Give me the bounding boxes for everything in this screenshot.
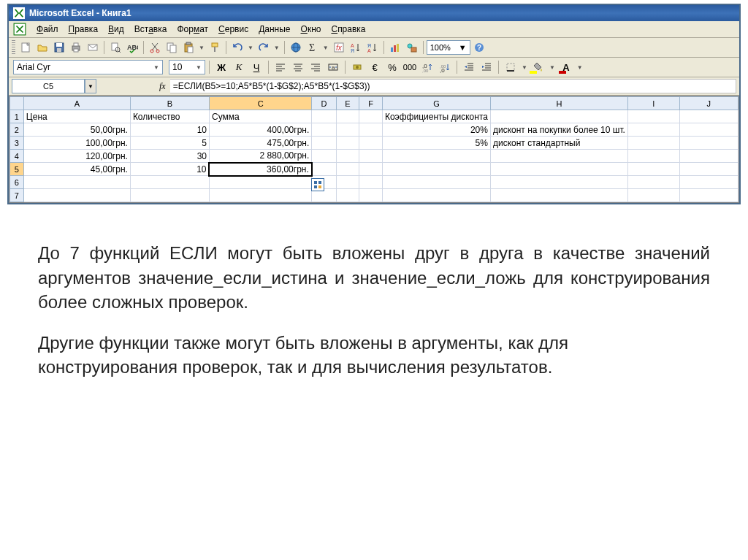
cell[interactable] bbox=[336, 110, 359, 123]
cell[interactable] bbox=[627, 163, 679, 176]
increase-indent-button[interactable] bbox=[478, 59, 495, 75]
smart-tag-icon[interactable] bbox=[311, 178, 324, 191]
cell[interactable]: 10 bbox=[130, 123, 209, 137]
cell[interactable]: 10 bbox=[130, 163, 209, 176]
cell[interactable] bbox=[23, 189, 130, 202]
cell[interactable] bbox=[627, 176, 679, 189]
cell[interactable] bbox=[336, 150, 359, 163]
bold-button[interactable]: Ж bbox=[213, 59, 229, 75]
cell[interactable] bbox=[130, 189, 209, 202]
save-button[interactable] bbox=[51, 39, 67, 55]
cut-button[interactable] bbox=[147, 39, 163, 55]
currency-button[interactable] bbox=[349, 59, 365, 75]
cell[interactable] bbox=[679, 123, 738, 137]
copy-button[interactable] bbox=[164, 39, 180, 55]
cell[interactable]: 5 bbox=[130, 137, 209, 150]
help-button[interactable]: ? bbox=[471, 39, 487, 55]
fill-color-dropdown[interactable]: ▼ bbox=[548, 64, 557, 71]
toolbar-grip[interactable] bbox=[12, 40, 15, 55]
cell[interactable] bbox=[679, 137, 738, 150]
open-button[interactable] bbox=[34, 39, 50, 55]
cell[interactable]: 5% bbox=[382, 137, 490, 150]
borders-button[interactable] bbox=[503, 59, 519, 75]
cell[interactable] bbox=[359, 189, 383, 202]
cell[interactable] bbox=[359, 137, 383, 150]
cell[interactable] bbox=[336, 176, 359, 189]
cell[interactable] bbox=[627, 110, 679, 123]
undo-button[interactable] bbox=[229, 39, 245, 55]
align-center-button[interactable] bbox=[290, 59, 306, 75]
cell[interactable] bbox=[627, 189, 679, 202]
row-header[interactable]: 5 bbox=[10, 163, 24, 176]
font-color-button[interactable]: A bbox=[558, 59, 574, 75]
cell[interactable] bbox=[359, 163, 383, 176]
align-right-button[interactable] bbox=[308, 59, 324, 75]
cell[interactable]: Коэффициенты дисконта bbox=[382, 110, 490, 123]
column-header[interactable]: B bbox=[130, 97, 209, 110]
percent-button[interactable]: % bbox=[384, 59, 400, 75]
cell[interactable]: 20% bbox=[382, 123, 490, 137]
font-size-select[interactable]: 10▼ bbox=[169, 60, 205, 74]
paste-function-button[interactable]: fx bbox=[331, 39, 347, 55]
cell[interactable]: 100,00грн. bbox=[23, 137, 130, 150]
menu-file[interactable]: Файл bbox=[37, 24, 58, 34]
cell[interactable] bbox=[679, 176, 738, 189]
name-box[interactable]: C5 bbox=[12, 79, 85, 93]
email-button[interactable] bbox=[85, 39, 101, 55]
cell[interactable]: 360,00грн. bbox=[209, 163, 311, 176]
cell[interactable] bbox=[209, 176, 311, 189]
name-box-dropdown[interactable]: ▼ bbox=[85, 79, 96, 93]
cell[interactable] bbox=[627, 137, 679, 150]
worksheet-grid[interactable]: ABCDEFGHIJ1ЦенаКоличествоСуммаКоэффициен… bbox=[9, 96, 739, 203]
cell[interactable] bbox=[336, 163, 359, 176]
underline-button[interactable]: Ч bbox=[248, 59, 264, 75]
comma-button[interactable]: 000 bbox=[402, 59, 418, 75]
menu-edit[interactable]: Правка bbox=[69, 24, 99, 34]
cell[interactable] bbox=[627, 150, 679, 163]
menu-data[interactable]: Данные bbox=[259, 24, 290, 34]
column-header[interactable]: J bbox=[679, 97, 738, 110]
cell[interactable] bbox=[23, 176, 130, 189]
drawing-button[interactable] bbox=[404, 39, 420, 55]
cell[interactable]: дисконт стандартный bbox=[490, 137, 627, 150]
euro-button[interactable]: € bbox=[367, 59, 383, 75]
row-header[interactable]: 6 bbox=[10, 176, 24, 189]
cell[interactable] bbox=[359, 176, 383, 189]
cell[interactable] bbox=[312, 110, 336, 123]
cell[interactable] bbox=[679, 163, 738, 176]
cell[interactable]: 30 bbox=[130, 150, 209, 163]
paste-dropdown[interactable]: ▼ bbox=[197, 45, 206, 51]
autosum-button[interactable]: Σ bbox=[305, 39, 321, 55]
sort-asc-button[interactable]: АЯ bbox=[348, 39, 364, 55]
menu-view[interactable]: Вид bbox=[108, 24, 124, 34]
new-button[interactable] bbox=[18, 39, 34, 55]
format-painter-button[interactable] bbox=[207, 39, 223, 55]
cell[interactable] bbox=[490, 150, 627, 163]
paste-button[interactable] bbox=[180, 39, 196, 55]
row-header[interactable]: 7 bbox=[10, 189, 24, 202]
cell[interactable] bbox=[627, 123, 679, 137]
cell[interactable] bbox=[312, 163, 336, 176]
cell[interactable]: 120,00грн. bbox=[23, 150, 130, 163]
sort-desc-button[interactable]: ЯА bbox=[365, 39, 381, 55]
fx-label[interactable]: fx bbox=[155, 81, 170, 92]
cell[interactable]: 45,00грн. bbox=[23, 163, 130, 176]
select-all-corner[interactable] bbox=[10, 97, 24, 110]
column-header[interactable]: C bbox=[209, 97, 311, 110]
cell[interactable] bbox=[336, 189, 359, 202]
decrease-decimal-button[interactable]: ,00,0 bbox=[437, 59, 453, 75]
cell[interactable] bbox=[336, 123, 359, 137]
row-header[interactable]: 2 bbox=[10, 123, 24, 137]
spelling-button[interactable]: ABC bbox=[124, 39, 140, 55]
cell[interactable] bbox=[490, 163, 627, 176]
chart-wizard-button[interactable] bbox=[387, 39, 403, 55]
increase-decimal-button[interactable]: ,0,00 bbox=[419, 59, 435, 75]
cell[interactable] bbox=[490, 176, 627, 189]
italic-button[interactable]: К bbox=[231, 59, 247, 75]
cell[interactable]: Количество bbox=[130, 110, 209, 123]
column-header[interactable]: F bbox=[359, 97, 383, 110]
cell[interactable] bbox=[382, 189, 490, 202]
cell[interactable]: Сумма bbox=[209, 110, 311, 123]
cell[interactable] bbox=[359, 150, 383, 163]
cell[interactable] bbox=[359, 123, 383, 137]
